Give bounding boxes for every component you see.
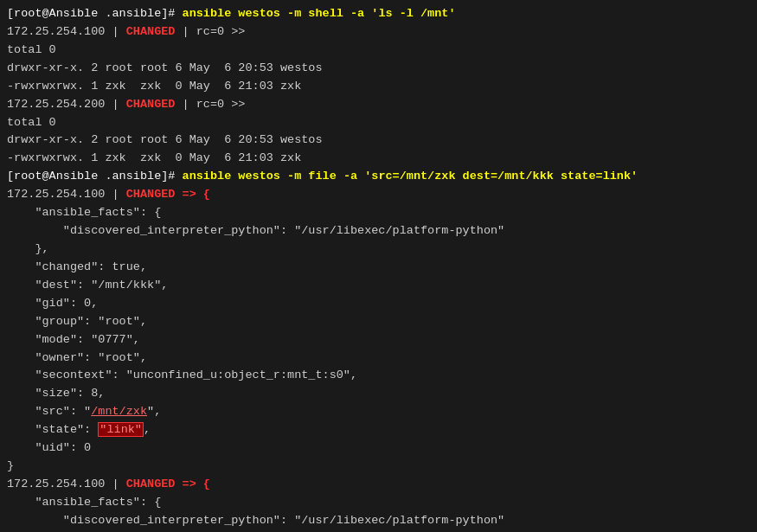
- command-text-2: ansible westos -m file -a 'src=/mnt/zxk …: [183, 170, 638, 183]
- json-uid-1: "uid": 0: [7, 439, 750, 458]
- arrow-2: => {: [175, 478, 210, 490]
- command-text-1: ansible westos -m shell -a 'ls -l /mnt': [183, 7, 456, 20]
- changed-badge-3: CHANGED: [126, 188, 176, 201]
- changed-badge-2: CHANGED: [126, 98, 176, 111]
- command-line-2: [root@Ansible .ansible]# ansible westos …: [7, 168, 750, 186]
- json-state-1: "state": "link",: [7, 421, 750, 439]
- ip-1: 172.25.254.100: [7, 25, 105, 38]
- sep-6: |: [105, 478, 125, 490]
- total-line-2: total 0: [7, 114, 750, 132]
- dir-line-2: drwxr-xr-x. 2 root root 6 May 6 20:53 we…: [7, 131, 750, 150]
- json-gid-1: "gid": 0,: [7, 295, 750, 313]
- prompt-1: [root@Ansible .ansible]#: [7, 7, 183, 20]
- json-group-1: "group": "root",: [7, 313, 750, 331]
- ip-2: 172.25.254.200: [7, 98, 105, 111]
- changed-badge-1: CHANGED: [126, 25, 176, 38]
- json-ansible-facts-2: "ansible_facts": {: [7, 494, 750, 512]
- json-close-1: }: [7, 458, 750, 476]
- json-changed-1: "changed": true,: [7, 259, 750, 277]
- json-owner-1: "owner": "root",: [7, 349, 750, 368]
- command-line-1: [root@Ansible .ansible]# ansible westos …: [7, 5, 750, 23]
- changed-arrow-1: 172.25.254.100 | CHANGED => {: [7, 186, 750, 204]
- changed-badge-4: CHANGED: [126, 478, 176, 490]
- output-line-1: 172.25.254.100 | CHANGED | rc=0 >>: [7, 23, 750, 42]
- json-src-1: "src": "/mnt/zxk",: [7, 403, 750, 421]
- ip-3: 172.25.254.100: [7, 188, 105, 201]
- file-line-2: -rwxrwxrwx. 1 zxk zxk 0 May 6 21:03 zxk: [7, 150, 750, 168]
- sep-5: |: [105, 188, 125, 201]
- arrow-1: => {: [175, 188, 210, 201]
- rc-1: rc=0 >>: [196, 25, 246, 38]
- rc-2: rc=0 >>: [196, 98, 246, 111]
- json-facts-close-1: },: [7, 240, 750, 259]
- total-line-1: total 0: [7, 42, 750, 60]
- terminal-window: [root@Ansible .ansible]# ansible westos …: [7, 5, 750, 532]
- changed-arrow-2: 172.25.254.100 | CHANGED => {: [7, 476, 750, 494]
- ip-4: 172.25.254.100: [7, 478, 105, 490]
- file-line-1: -rwxrwxrwx. 1 zxk zxk 0 May 6 21:03 zxk: [7, 78, 750, 96]
- json-mode-1: "mode": "0777",: [7, 331, 750, 349]
- state-value-1: "link": [98, 422, 144, 437]
- json-secontext-1: "secontext": "unconfined_u:object_r:mnt_…: [7, 367, 750, 385]
- json-size-1: "size": 8,: [7, 385, 750, 403]
- prompt-2: [root@Ansible .ansible]#: [7, 170, 183, 183]
- src-value-1: /mnt/zxk: [91, 405, 147, 418]
- json-discovered-1: "discovered_interpreter_python": "/usr/l…: [7, 222, 750, 240]
- sep-2: |: [175, 25, 196, 38]
- sep-4: |: [175, 98, 196, 111]
- json-dest-1: "dest": "/mnt/kkk",: [7, 277, 750, 295]
- sep-1: |: [105, 25, 125, 38]
- json-discovered-2: "discovered_interpreter_python": "/usr/l…: [7, 512, 750, 530]
- dir-line-1: drwxr-xr-x. 2 root root 6 May 6 20:53 we…: [7, 60, 750, 78]
- output-line-2: 172.25.254.200 | CHANGED | rc=0 >>: [7, 96, 750, 114]
- sep-3: |: [105, 98, 125, 111]
- json-ansible-facts-1: "ansible_facts": {: [7, 204, 750, 222]
